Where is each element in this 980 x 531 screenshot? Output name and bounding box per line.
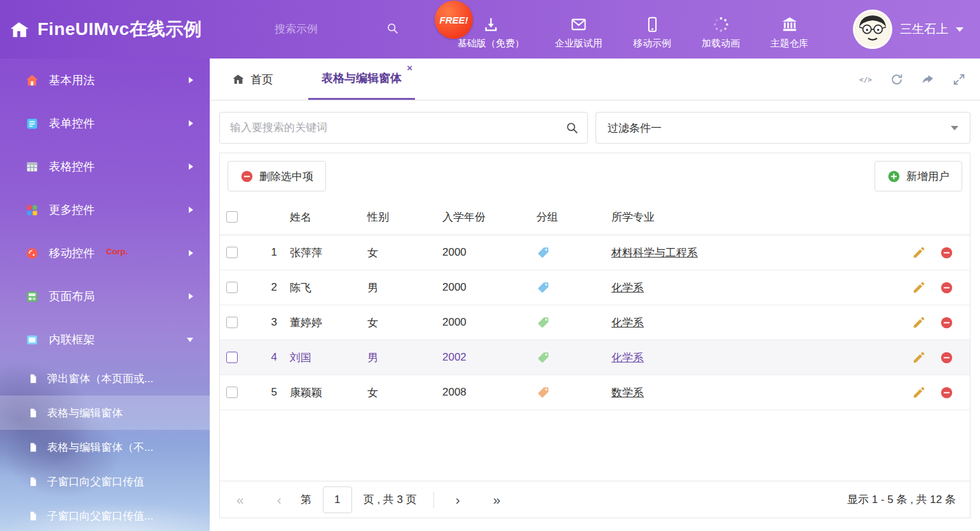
search-icon[interactable] bbox=[565, 121, 579, 135]
table-row[interactable]: 4 刘国 男 2002 化学系 bbox=[220, 340, 970, 375]
row-number: 1 bbox=[253, 235, 283, 270]
row-checkbox[interactable] bbox=[226, 387, 238, 398]
sidebar-item[interactable]: 更多控件 bbox=[0, 188, 210, 231]
tag-icon bbox=[536, 350, 550, 364]
edit-icon[interactable] bbox=[912, 315, 926, 329]
forward-button[interactable] bbox=[921, 72, 935, 86]
delete-icon[interactable] bbox=[940, 281, 953, 294]
delete-selected-button[interactable]: 删除选中项 bbox=[228, 161, 326, 191]
table-row[interactable]: 1 张萍萍 女 2000 材料科学与工程系 bbox=[220, 235, 970, 270]
edit-icon[interactable] bbox=[912, 280, 926, 294]
close-icon[interactable]: × bbox=[407, 63, 412, 72]
table-row[interactable]: 5 康颖颖 女 2008 数学系 bbox=[220, 375, 970, 410]
column-header-major: 所学专业 bbox=[605, 199, 897, 235]
major-link[interactable]: 数学系 bbox=[611, 385, 644, 400]
row-checkbox[interactable] bbox=[226, 317, 238, 328]
cell-gender: 男 bbox=[361, 270, 436, 305]
edit-icon[interactable] bbox=[912, 350, 926, 364]
major-link[interactable]: 化学系 bbox=[611, 280, 644, 295]
table-row[interactable]: 3 董婷婷 女 2000 化学系 bbox=[220, 305, 970, 340]
main-content: 首页 表格与编辑窗体 × 过滤条件一 bbox=[210, 59, 980, 531]
sidebar-subitem[interactable]: 表格与编辑窗体 bbox=[0, 396, 210, 430]
mobilectl-icon bbox=[25, 247, 39, 260]
cell-name: 张萍萍 bbox=[283, 235, 361, 270]
sidebar-subitem[interactable]: 子窗口向父窗口传值 bbox=[0, 464, 210, 499]
code-button[interactable] bbox=[859, 72, 873, 86]
row-checkbox[interactable] bbox=[226, 282, 238, 293]
first-page-button[interactable]: « bbox=[236, 492, 244, 507]
filter-row: 过滤条件一 bbox=[210, 100, 980, 144]
home-c-icon bbox=[25, 74, 39, 87]
delete-icon[interactable] bbox=[940, 351, 953, 364]
prev-page-button[interactable]: ‹ bbox=[277, 492, 282, 507]
sidebar-item[interactable]: 移动控件 Corp. bbox=[0, 231, 210, 275]
cell-year: 2000 bbox=[436, 270, 530, 305]
sidebar-item[interactable]: 表格控件 bbox=[0, 145, 210, 188]
tab-active-label: 表格与编辑窗体 bbox=[322, 71, 402, 86]
delete-icon[interactable] bbox=[940, 386, 953, 399]
refresh-button[interactable] bbox=[890, 72, 904, 86]
sidebar-item[interactable]: 表单控件 bbox=[0, 102, 210, 145]
edit-icon[interactable] bbox=[912, 245, 926, 259]
sidebar-item[interactable]: 基本用法 bbox=[0, 59, 210, 102]
plus-circle-icon bbox=[887, 170, 901, 183]
delete-icon[interactable] bbox=[940, 316, 953, 329]
tab-home[interactable]: 首页 bbox=[219, 59, 287, 100]
header-nav-item[interactable]: 加载动画 bbox=[702, 10, 740, 50]
tag-icon bbox=[536, 280, 550, 294]
sidebar-subitem[interactable]: 表格与编辑窗体（不... bbox=[0, 430, 210, 464]
next-page-button[interactable]: › bbox=[456, 492, 460, 507]
edit-icon[interactable] bbox=[912, 385, 926, 399]
header-search bbox=[273, 19, 400, 39]
delete-icon[interactable] bbox=[940, 246, 953, 259]
app-header: FineUIMvc在线示例 FREE! 基础版（免费） 企业版试用 移动示例 加… bbox=[0, 0, 980, 59]
avatar-face bbox=[855, 11, 890, 47]
layout-icon bbox=[25, 290, 39, 303]
minus-circle-icon bbox=[240, 170, 254, 183]
table-icon bbox=[25, 160, 39, 174]
envelope-icon bbox=[570, 16, 587, 33]
expand-button[interactable] bbox=[952, 72, 966, 86]
cell-year: 2008 bbox=[436, 375, 530, 410]
header-nav-item[interactable]: 移动示例 bbox=[633, 10, 671, 50]
tag-icon bbox=[536, 245, 550, 259]
user-menu[interactable]: 三生石上 bbox=[853, 10, 980, 49]
table-row[interactable]: 2 陈飞 男 2000 化学系 bbox=[220, 270, 970, 305]
header-nav-item[interactable]: 企业版试用 bbox=[555, 10, 602, 50]
filter-dropdown[interactable]: 过滤条件一 bbox=[595, 112, 970, 144]
add-user-button[interactable]: 新增用户 bbox=[875, 161, 962, 191]
tag-icon bbox=[536, 385, 550, 399]
chevron-right-icon bbox=[189, 77, 193, 83]
forward-icon bbox=[921, 72, 935, 86]
chevron-down-icon bbox=[956, 27, 963, 32]
row-checkbox[interactable] bbox=[226, 352, 238, 363]
search-icon[interactable] bbox=[386, 22, 399, 35]
column-header-name: 姓名 bbox=[283, 199, 361, 235]
row-checkbox[interactable] bbox=[226, 247, 238, 258]
corp-badge: Corp. bbox=[106, 247, 128, 256]
tab-active[interactable]: 表格与编辑窗体 × bbox=[308, 59, 415, 100]
file-icon bbox=[28, 510, 38, 522]
major-link[interactable]: 化学系 bbox=[611, 315, 644, 330]
sidebar-subitem[interactable]: 子窗口向父窗口传值... bbox=[0, 499, 210, 531]
pagination: « ‹ 第 页 , 共 3 页 › » 显示 1 - 5 条 , 共 12 条 bbox=[220, 481, 970, 518]
chevron-right-icon bbox=[189, 120, 193, 127]
divider bbox=[433, 492, 434, 508]
header-search-input[interactable] bbox=[273, 19, 400, 39]
keyword-input[interactable] bbox=[219, 112, 588, 144]
table-header: 姓名 性别 入学年份 分组 所学专业 bbox=[220, 199, 970, 235]
sidebar-item[interactable]: 页面布局 bbox=[0, 275, 210, 318]
sidebar: 基本用法 表单控件 表格控件 更多控件 移动控件 Corp. 页面布局 内联框架 bbox=[0, 59, 210, 531]
page-number-input[interactable] bbox=[323, 486, 352, 513]
brand[interactable]: FineUIMvc在线示例 bbox=[0, 17, 263, 41]
last-page-button[interactable]: » bbox=[493, 492, 501, 507]
sidebar-subitem[interactable]: 弹出窗体（本页面或... bbox=[0, 361, 210, 396]
avatar[interactable] bbox=[853, 10, 892, 49]
major-link[interactable]: 化学系 bbox=[611, 350, 644, 365]
sidebar-item[interactable]: 内联框架 bbox=[0, 318, 210, 361]
select-all-checkbox[interactable] bbox=[226, 211, 238, 223]
major-link[interactable]: 材料科学与工程系 bbox=[611, 245, 698, 260]
chevron-down-icon bbox=[187, 338, 193, 342]
column-header-group: 分组 bbox=[530, 199, 605, 235]
header-nav-item[interactable]: 主题仓库 bbox=[770, 10, 808, 50]
